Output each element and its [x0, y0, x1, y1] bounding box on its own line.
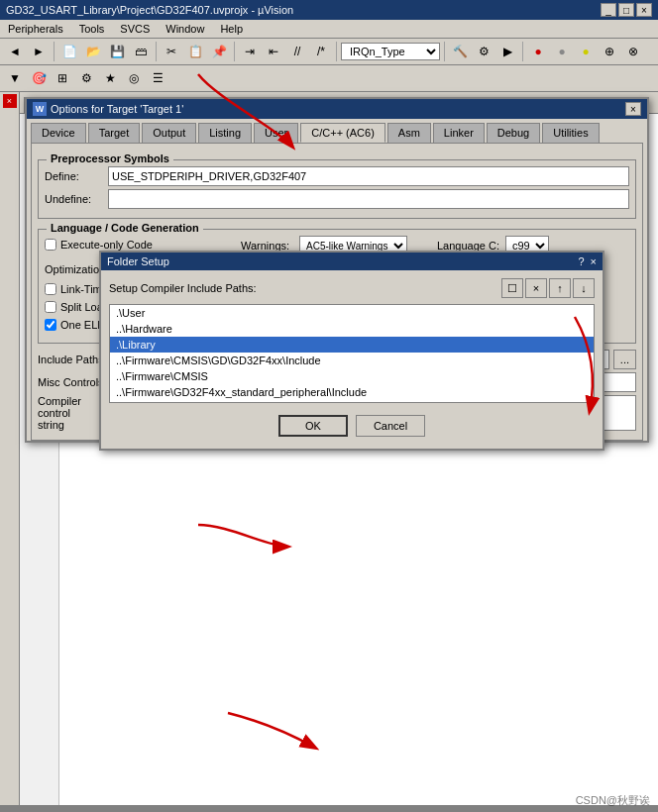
setup-label: Setup Compiler Include Paths:	[109, 282, 257, 294]
new-btn[interactable]: 📄	[58, 41, 80, 62]
folder-list-item[interactable]: ..\Hardware	[110, 321, 594, 337]
watermark: CSDN@秋野诶	[576, 793, 650, 808]
tab-listing[interactable]: Listing	[198, 123, 252, 143]
link-time-cb[interactable]	[45, 283, 56, 295]
folder-delete-btn[interactable]: ×	[525, 278, 547, 298]
copy-btn[interactable]: 📋	[184, 41, 206, 62]
rebuild-btn[interactable]: ⚙	[473, 41, 494, 62]
misc-label: Misc Controls	[38, 376, 104, 388]
folder-dialog-help[interactable]: ?	[578, 255, 584, 267]
tb2-extra[interactable]: ◎	[123, 67, 145, 89]
tab-output[interactable]: Output	[142, 123, 196, 143]
build-btn[interactable]: 🔨	[449, 41, 471, 62]
open-btn[interactable]: 📂	[82, 41, 104, 62]
folder-toolbar: Setup Compiler Include Paths: ☐ × ↑ ↓	[109, 278, 595, 298]
tab-user[interactable]: User	[254, 123, 298, 143]
tb2-star[interactable]: ★	[99, 67, 121, 89]
execute-only-cb[interactable]	[45, 239, 56, 251]
folder-list-item[interactable]: ..\Firmware\CMSIS	[110, 368, 594, 384]
toolbar-sep-1	[54, 42, 55, 61]
left-panel: ×	[0, 92, 20, 805]
menu-help[interactable]: Help	[216, 22, 247, 36]
preprocessor-section: Preprocessor Symbols Define: Undefine:	[38, 159, 636, 219]
undefine-label: Undefine:	[45, 193, 104, 205]
outdent-btn[interactable]: ⇤	[263, 41, 284, 62]
toolbar-sep-6	[522, 42, 523, 61]
tb2-gear[interactable]: ⚙	[75, 67, 97, 89]
folder-new-btn[interactable]: ☐	[501, 278, 523, 298]
forward-btn[interactable]: ►	[28, 41, 50, 62]
save-btn[interactable]: 💾	[106, 41, 128, 62]
title-bar: GD32_USART_Library\Project\GD32F407.uvpr…	[0, 0, 658, 20]
circle2-btn[interactable]: ●	[551, 41, 573, 62]
define-label: Define:	[45, 170, 104, 182]
split-load-cb[interactable]	[45, 301, 56, 313]
comment-btn[interactable]: //	[286, 41, 308, 62]
undefine-input[interactable]	[108, 189, 629, 209]
panel-close-btn[interactable]: ×	[3, 94, 17, 108]
folder-dialog-buttons: OK Cancel	[109, 411, 595, 441]
cut-btn[interactable]: ✂	[161, 41, 182, 62]
menu-peripherals[interactable]: Peripherals	[4, 22, 67, 36]
circle1-btn[interactable]: ●	[527, 41, 549, 62]
folder-list-item[interactable]: .\Library	[110, 337, 594, 353]
extra2-btn[interactable]: ⊗	[622, 41, 644, 62]
one-elf-cb[interactable]	[45, 319, 56, 331]
define-row: Define:	[45, 166, 629, 186]
folder-list-item[interactable]: .\User	[110, 305, 594, 321]
folder-list-item[interactable]: ..\Firmware\GD32F4xx_standard_peripheral…	[110, 384, 594, 400]
indent-btn[interactable]: ⇥	[239, 41, 261, 62]
toolbar-2: ▼ 🎯 ⊞ ⚙ ★ ◎ ☰	[0, 65, 658, 92]
minimize-btn[interactable]: _	[601, 3, 616, 17]
folder-dialog-close[interactable]: ×	[591, 255, 597, 267]
title-text: GD32_USART_Library\Project\GD32F407.uvpr…	[6, 4, 293, 16]
folder-ok-btn[interactable]: OK	[278, 415, 348, 437]
options-dialog-title: Options for Target 'Target 1'	[51, 103, 183, 115]
irq-combo[interactable]: IRQn_Type	[341, 43, 440, 60]
execute-only-label: Execute-only Code	[60, 239, 153, 251]
undefine-row: Undefine:	[45, 189, 629, 209]
close-btn[interactable]: ×	[636, 3, 652, 17]
folder-dialog-title: Folder Setup	[107, 255, 169, 267]
back-btn[interactable]: ◄	[4, 41, 26, 62]
tab-linker[interactable]: Linker	[433, 123, 485, 143]
extra1-btn[interactable]: ⊕	[599, 41, 620, 62]
tb2-copy2[interactable]: ⊞	[52, 67, 73, 89]
folder-cancel-btn[interactable]: Cancel	[356, 415, 425, 437]
tab-device[interactable]: Device	[31, 123, 86, 143]
define-input[interactable]	[108, 166, 629, 186]
save-all-btn[interactable]: 🗃	[130, 41, 152, 62]
circle3-btn[interactable]: ●	[575, 41, 597, 62]
tab-debug[interactable]: Debug	[487, 123, 540, 143]
tb2-list[interactable]: ☰	[147, 67, 168, 89]
main-area: × C main.c 2829303132333435363738 W Opti…	[0, 92, 658, 805]
folder-up-btn[interactable]: ↑	[549, 278, 571, 298]
language-label: Language / Code Generation	[47, 222, 203, 234]
menu-window[interactable]: Window	[162, 22, 208, 36]
options-dialog-titlebar: W Options for Target 'Target 1' ×	[27, 99, 647, 119]
menu-svcs[interactable]: SVCS	[116, 22, 154, 36]
include-browse-btn[interactable]: ...	[613, 350, 636, 369]
dialog-close-btn[interactable]: ×	[625, 102, 641, 116]
tb2-dropdown[interactable]: ▼	[4, 67, 26, 89]
uncomment-btn[interactable]: /*	[310, 41, 332, 62]
tab-target[interactable]: Target	[88, 123, 141, 143]
tab-utilities[interactable]: Utilities	[542, 123, 599, 143]
paste-btn[interactable]: 📌	[208, 41, 230, 62]
folder-list-item[interactable]: ..\Firmware\CMSIS\GD\GD32F4xx\Include	[110, 353, 594, 368]
toolbar-sep-2	[156, 42, 157, 61]
folder-down-btn[interactable]: ↓	[573, 278, 595, 298]
tab-c-c----ac6-[interactable]: C/C++ (AC6)	[300, 123, 385, 143]
tb2-target[interactable]: 🎯	[28, 67, 50, 89]
folder-dialog-content: Setup Compiler Include Paths: ☐ × ↑ ↓ .\…	[101, 270, 603, 449]
folder-setup-dialog: Folder Setup ? × Setup Compiler Include …	[99, 251, 604, 451]
dialog-title-icon: W	[33, 102, 47, 116]
maximize-btn[interactable]: □	[618, 3, 634, 17]
tab-asm[interactable]: Asm	[387, 123, 431, 143]
folder-toolbar-btns: ☐ × ↑ ↓	[501, 278, 595, 298]
folder-list: .\User..\Hardware.\Library..\Firmware\CM…	[109, 304, 595, 403]
menu-bar: Peripherals Tools SVCS Window Help	[0, 20, 658, 39]
toolbar-sep-3	[234, 42, 235, 61]
debug-btn[interactable]: ▶	[496, 41, 518, 62]
menu-tools[interactable]: Tools	[75, 22, 109, 36]
